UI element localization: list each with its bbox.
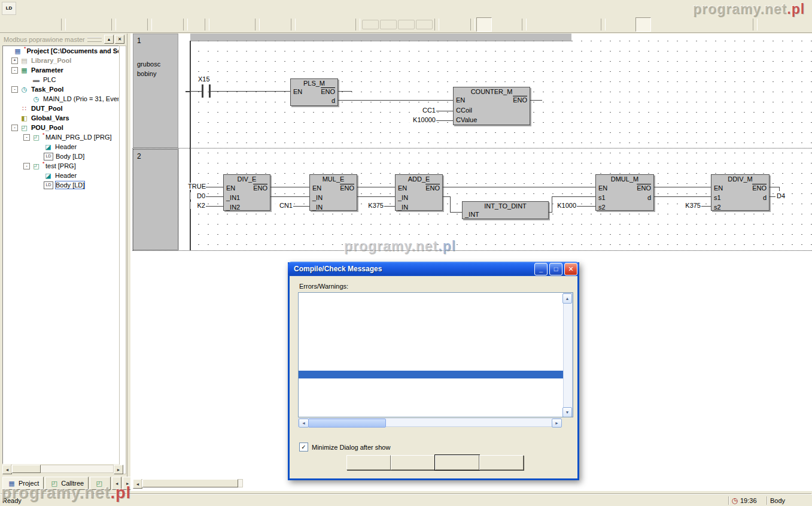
extend-right-icon[interactable] [680,18,694,31]
message-row[interactable] [299,324,573,332]
stop-button[interactable] [391,455,435,470]
panel-grip[interactable] [87,37,102,42]
resize-vertical-icon[interactable] [708,18,723,31]
close-button[interactable] [435,455,479,470]
tree-expand-toggle[interactable]: - [11,86,18,93]
tree-item-label[interactable]: MAIN_PRG_LD [PRG] [45,134,112,141]
dialog-titlebar[interactable]: Compile/Check Messages _ □ ✕ [288,262,579,276]
var-table-icon[interactable] [787,18,802,31]
project-window-icon[interactable] [168,18,182,31]
tree-item-label[interactable]: Task_Pool [31,86,63,93]
operand-k375-2[interactable]: K375 [681,202,701,209]
menu-edit[interactable] [41,7,52,10]
tree-expand-toggle[interactable]: - [23,163,30,169]
rising-contact-icon[interactable] [556,18,571,31]
left-rail-icon[interactable] [759,18,773,31]
open-contact-icon[interactable] [528,18,542,31]
message-row[interactable] [299,340,573,347]
properties-icon[interactable] [153,18,168,31]
hscroll-left-icon[interactable]: ◄ [299,419,309,428]
network-2-header[interactable]: 2 [133,149,178,250]
tree-expand-toggle[interactable]: - [11,125,18,131]
block-pls-m[interactable]: PLS_M EN ENO d [290,78,338,106]
batch-check-icon[interactable] [225,18,239,31]
messages-list[interactable]: ▲ ▼ [298,292,573,417]
block-int-to-dint[interactable]: INT_TO_DINT _INT [462,201,549,219]
menu-online[interactable] [63,7,74,10]
toolbar-button[interactable] [61,19,66,31]
block-mul-e[interactable]: MUL_E EN ENO _IN _IN [309,174,357,211]
minimize-dialog-checkbox[interactable]: ✓ [299,443,308,452]
messages-vscroll-track[interactable] [563,293,573,417]
save-icon[interactable] [17,18,31,31]
toolbar-button[interactable] [434,19,439,31]
tree-item-task-pool[interactable]: - ◷ Task_Pool [3,84,118,94]
operand-cc1[interactable]: CC1 [417,107,436,114]
mxchange-icon[interactable] [275,18,290,31]
tree-item-label[interactable]: POU_Pool [31,124,63,131]
toolbar-button[interactable] [470,19,475,31]
tree-item-label[interactable]: test [PRG] [45,162,76,169]
message-row[interactable] [299,301,573,308]
tree-item-body-ld-1[interactable]: LD Body [LD] [3,152,118,161]
coil-icon[interactable] [621,18,635,31]
tree-item-label[interactable]: Body [LD] [56,153,84,160]
message-row[interactable] [299,293,573,301]
message-row[interactable] [299,332,573,340]
select-mode-icon[interactable] [476,17,492,32]
tab-project[interactable]: ▦ Project [2,477,44,490]
menu-project[interactable] [20,7,31,10]
message-row[interactable] [299,308,573,316]
menu-tools[interactable] [52,7,63,10]
message-row[interactable] [299,347,573,355]
hscroll-right-icon[interactable]: ► [552,419,562,428]
online-toggle-icon[interactable] [261,18,275,31]
new-action-icon[interactable] [416,20,433,29]
transfer-icon[interactable] [189,18,203,31]
vscroll-up-icon[interactable]: ▲ [562,293,572,304]
message-row[interactable] [299,363,573,371]
tree-item-label[interactable]: Header [55,143,77,150]
entry-data-icon[interactable] [326,18,340,31]
tree-expand-toggle[interactable] [35,182,42,189]
monitor-mode-icon[interactable] [297,18,311,31]
operand-x15[interactable]: X15 [197,75,211,83]
comment-icon[interactable] [737,18,752,31]
tree-item-main-prg-ld[interactable]: - ◰ * MAIN_PRG_LD [PRG] [3,132,118,142]
operand-k1000[interactable]: K1000 [554,202,577,209]
check-pou-icon[interactable] [211,18,225,31]
block-counter-m[interactable]: COUNTER_M EN ENO CCoil CValue [453,87,530,125]
toolbar-button[interactable] [753,19,758,31]
vertical-line-icon[interactable] [585,18,600,31]
tree-item-label[interactable]: PLC [43,76,56,83]
editor-hscroll-thumb[interactable] [142,479,238,487]
block-dmul-m[interactable]: DMUL_M EN ENO s1 d s2 [595,174,654,211]
operand-d4[interactable]: D4 [776,192,786,199]
maximize-icon[interactable]: □ [549,263,562,275]
panel-rollup-button[interactable]: ▴ [104,35,114,44]
toolbar-button[interactable] [291,19,296,31]
function-block-icon[interactable] [635,17,651,32]
tree-expand-toggle[interactable] [35,144,42,150]
tree-item-plc[interactable]: ▬ PLC [3,75,118,84]
toolbar-button[interactable] [522,19,527,31]
network-1-header[interactable]: 1 grubosc bobiny [133,34,178,148]
tree-expand-toggle[interactable]: - [23,134,30,141]
tree-item-parameter[interactable]: - ▦ Parameter [3,65,118,75]
toolbar-button[interactable] [111,19,116,31]
var-output-icon[interactable] [665,18,680,31]
menu-debug[interactable] [74,7,84,10]
var-input-icon[interactable] [651,18,665,31]
panel-close-button[interactable]: ✕ [115,35,124,44]
insert-network-before-icon[interactable] [440,18,455,31]
tree-expand-toggle[interactable] [11,105,18,112]
close-icon[interactable]: ✕ [564,263,577,275]
tab-scroll-left-icon[interactable]: ◄ [112,477,121,490]
entry-list-icon[interactable] [340,18,354,31]
tree-item-library-pool[interactable]: + ▤ Library_Pool [3,56,118,65]
tree-item-body-ld-2[interactable]: LD Body [LD] [3,180,118,190]
toolbar-button[interactable] [601,19,606,31]
horizontal-line-icon[interactable] [607,18,621,31]
rebuild-icon[interactable] [239,18,254,31]
resize-horizontal-icon[interactable] [723,18,737,31]
